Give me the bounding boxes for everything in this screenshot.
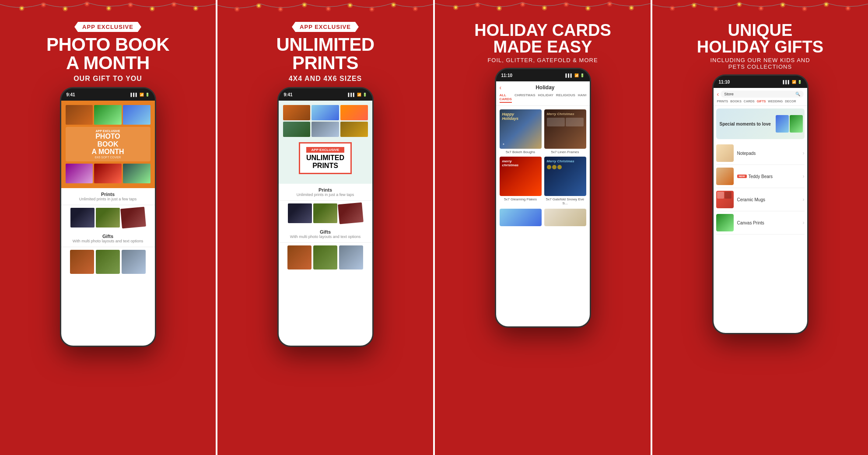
panel3-card1-label: 5x7 Bokeh Boughs [500,150,542,154]
svg-point-69 [802,6,807,11]
panel3-card3-label: 5x7 Gleaming Flakes [500,197,542,201]
panel3-card2: Merry Christmas 5x7 Linen Frames [544,109,586,154]
svg-point-22 [327,7,329,10]
panel4-time: 11:10 [719,80,730,84]
panel2-time: 9:41 [284,92,293,97]
svg-point-68 [780,2,785,7]
panel2-print3 [338,203,364,224]
panel3-back-arrow[interactable]: ‹ [500,84,502,91]
panel4-nav: ‹ Store 🔍 PRINTS BOOKS CARDS GIFTS WEDDI… [714,88,807,106]
svg-point-67 [759,6,764,11]
panel3-status-bar: 11:10 ▌▌▌ 📶 🔋 [496,69,590,81]
panel1-prints-title: Prints [66,192,150,197]
panel4-notepads-arrow: › [803,150,805,156]
panel4-bears-label: Teddy Bears [749,174,803,179]
svg-point-60 [803,7,806,10]
panel3-snowman-card [500,209,542,226]
svg-point-59 [781,4,784,6]
svg-point-40 [543,7,546,9]
svg-point-65 [713,6,718,11]
panel2-tile5 [312,122,339,137]
panel4-tab-gifts[interactable]: GIFTS [757,100,766,103]
panel2-gift3 [339,245,363,270]
svg-point-18 [236,8,238,10]
panel2-gift1 [287,245,312,270]
panel1-gifts-title: Gifts [66,234,150,239]
panel-photobook: APP EXCLUSIVE PHOTO BOOK A MONTH OUR GIF… [0,0,216,455]
panel4-screen: ‹ Store 🔍 PRINTS BOOKS CARDS GIFTS WEDDI… [714,88,807,333]
panel3-tab-religious[interactable]: RELIGIOUS [556,93,575,103]
svg-point-35 [413,6,418,11]
panel4-mugs-label: Ceramic Mugs [737,197,803,202]
panel4-tab-wedding[interactable]: WEDDING [768,100,783,103]
panel4-store-item-notepads[interactable]: Notepads › [716,142,805,165]
panel2-tile3 [340,105,368,120]
svg-point-17 [193,6,198,11]
panel4-tab-books[interactable]: BOOKS [730,100,742,103]
panel2-prints-sub: Unlimited prints in just a few taps [283,192,368,197]
panel2-badge: APP EXCLUSIVE [292,22,359,32]
panel4-store-item-canvas[interactable]: Canvas Prints › [716,211,805,234]
panel1-photo4 [66,164,93,183]
panel1-time: 9:41 [66,92,75,97]
panel2-gifts-sub: With multi photo layouts and text option… [283,234,368,239]
panel-unlimited-prints: APP EXCLUSIVE UNLIMITED PRINTS 4x4 AND 4… [217,0,433,455]
svg-point-33 [369,7,374,12]
panel4-store-item-mugs[interactable]: Ceramic Mugs › [716,188,805,211]
panel1-gift2 [96,250,120,274]
svg-point-24 [371,8,373,10]
panel4-tab-cards[interactable]: CARDS [744,100,755,103]
panel3-card1-img: HappyHolidays ✦ [500,109,542,149]
panel1-headline: PHOTO BOOK A MONTH [46,35,169,72]
svg-point-50 [564,2,569,7]
panel3-tab-christmas[interactable]: CHRISTMAS [514,93,536,103]
svg-point-21 [303,4,306,6]
svg-point-54 [671,7,674,10]
panel2-headline: UNLIMITED PRINTS [276,35,374,72]
panel4-search[interactable]: Store 🔍 [721,91,803,98]
panel4-search-text: Store [724,92,734,96]
panel3-tab-holiday[interactable]: HOLIDAY [538,93,553,103]
panel4-new-badge: NEW [737,175,747,178]
panel3-header: ‹ Holiday [500,84,586,91]
panel1-screen: APP EXCLUSIVE PHOTOBOOKA MONTH 6x6 soft … [61,101,155,346]
panel1-gifts-sub: With multi photo layouts and text option… [66,239,150,243]
svg-point-37 [476,4,479,6]
panel3-phone: 11:10 ▌▌▌ 📶 🔋 ‹ Holiday ALL CARDS CHR [495,68,591,328]
panel3-card4: Merry Christmas 5x7 Gatefold Snowy Eve S… [544,157,586,205]
panel4-phone: 11:10 ▌▌▌ 📶 🔋 ‹ Store 🔍 [712,74,808,334]
panel1-prints-photos [61,205,155,230]
panel4-store-item-bears[interactable]: NEW Teddy Bears › [716,165,805,188]
panel4-tab-prints[interactable]: PRINTS [717,100,728,103]
panel2-prints-grid [283,105,368,137]
panel2-gift2 [313,245,337,270]
search-icon: 🔍 [795,92,800,96]
panel4-header: ‹ Store 🔍 [717,91,804,98]
panel2-tile6 [340,122,368,137]
svg-point-8 [194,7,197,10]
panel1-phone-wrapper: 9:41 ▌▌▌ 📶 🔋 APP EXCLUSIV [0,87,216,455]
panel3-card2-img: Merry Christmas [544,109,586,149]
svg-point-41 [565,3,567,6]
panel1-photo3 [123,105,150,125]
svg-point-0 [21,7,23,10]
svg-point-32 [347,3,353,8]
panel4-tab-decor[interactable]: DECOR [785,100,796,103]
panel1-print1 [70,208,94,228]
panel2-phone-wrapper: 9:41 ▌▌▌ 📶 🔋 [217,87,433,455]
panel3-tab-hanukkah[interactable]: HANUK... [578,93,586,103]
panel2-tile1 [283,105,311,120]
panel1-print2 [96,208,120,228]
panel2-gifts-section: Gifts With multi photo layouts and text … [279,226,372,243]
panel2-tile4 [283,122,311,137]
svg-point-36 [455,6,457,9]
panel4-hero-text: Special moments to love [720,121,771,127]
svg-point-56 [714,7,717,10]
panel4-back-arrow[interactable]: ‹ [717,91,719,98]
panel4-status-bar: 11:10 ▌▌▌ 📶 🔋 [714,76,807,88]
panel1-prints-sub: Unlimited prints in just a few taps [66,197,150,201]
panel1-photo2 [94,105,122,125]
panel4-notch [745,76,776,84]
svg-point-6 [151,7,154,10]
panel3-tab-all[interactable]: ALL CARDS [500,93,512,103]
